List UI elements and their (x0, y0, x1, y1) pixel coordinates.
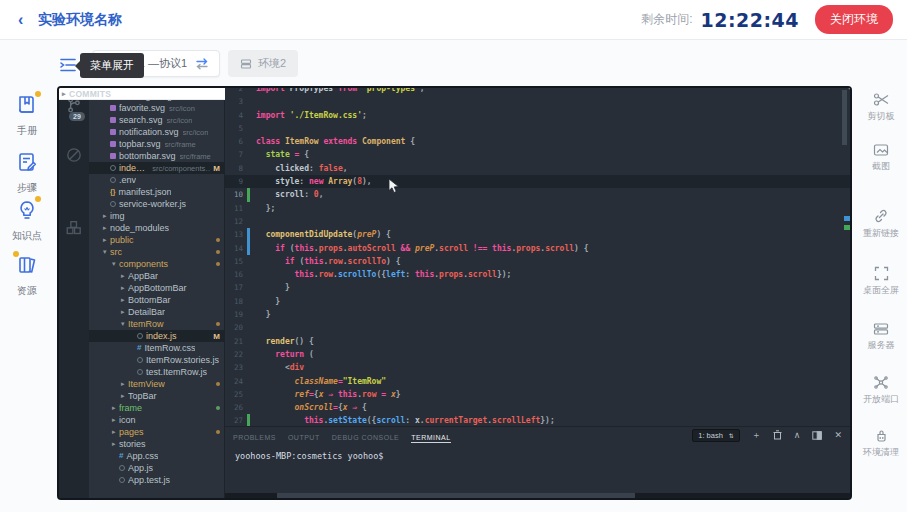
tool-fullscreen[interactable]: 桌面全屏 (855, 266, 907, 297)
item-name: img (110, 211, 125, 221)
folder-row[interactable]: ▸AppBottomBar (89, 282, 224, 294)
code-line[interactable]: 8 clicked: false, (225, 162, 850, 175)
panel-tab-problems[interactable]: PROBLEMS (233, 434, 276, 441)
code-line[interactable]: 27 this.setState({scroll: x.currentTarge… (225, 414, 850, 426)
split-terminal-icon[interactable] (812, 431, 822, 440)
file-row[interactable]: .env (89, 174, 224, 186)
code-editor[interactable]: 2import PropTypes from 'prop-types';34im… (225, 88, 850, 426)
code-line[interactable]: 3 (225, 95, 850, 108)
code-line[interactable]: 11 }; (225, 202, 850, 215)
tool-relink[interactable]: 重新链接 (855, 208, 907, 240)
editor-and-panel: 2import PropTypes from 'prop-types';34im… (225, 88, 850, 498)
file-row[interactable]: App.js (89, 462, 224, 474)
folder-row[interactable]: ▾ItemRow (89, 318, 224, 330)
folder-row[interactable]: ▸node_modules (89, 222, 224, 234)
file-row[interactable]: App.test.js (89, 474, 224, 486)
folder-row[interactable]: ▾components (89, 258, 224, 270)
code-line[interactable]: 2import PropTypes from 'prop-types'; (225, 88, 850, 95)
panel-tab-terminal[interactable]: TERMINAL (411, 434, 450, 443)
item-name: App.css (126, 451, 158, 461)
code-line[interactable]: 18 } (225, 295, 850, 308)
item-name: components (119, 259, 168, 269)
code-line[interactable]: 13 componentDidUpdate(preP) { (225, 228, 850, 241)
code-line[interactable]: 19 } (225, 308, 850, 321)
folder-row[interactable]: ▸stories (89, 438, 224, 450)
cleanup-dustpan-icon (874, 428, 889, 443)
folder-row[interactable]: ▸DetailBar (89, 306, 224, 318)
file-row[interactable]: test.ItemRow.js (89, 366, 224, 378)
file-row[interactable]: bottombar.svgsrc/frame (89, 150, 224, 162)
file-row[interactable]: search.svgsrc/icon (89, 114, 224, 126)
sidebar-item-manual[interactable]: 手册 (0, 93, 54, 138)
folder-row[interactable]: ▸BottomBar (89, 294, 224, 306)
panel-tab-debug-console[interactable]: DEBUG CONSOLE (332, 434, 400, 441)
folder-row[interactable]: ▸ItemView (89, 378, 224, 390)
file-row[interactable]: topbar.svgsrc/frame (89, 138, 224, 150)
file-row[interactable]: notification.svgsrc/icon (89, 126, 224, 138)
file-row[interactable]: #ItemRow.css (89, 342, 224, 354)
overview-ruler-mark-blue (844, 216, 850, 221)
back-chevron-icon[interactable]: ‹ (18, 11, 38, 29)
extensions-icon[interactable] (65, 220, 83, 238)
code-line[interactable]: 26 onScroll={x ⇒ { (225, 401, 850, 414)
tool-env-cleanup[interactable]: 环境清理 (855, 428, 907, 459)
code-line[interactable]: 25 ref={x ⇒ this.row = x} (225, 388, 850, 401)
horizontal-scrollbar-thumb[interactable] (277, 493, 635, 498)
file-row[interactable]: {}manifest.json (89, 186, 224, 198)
close-environment-button[interactable]: 关闭环境 (815, 5, 893, 34)
tool-clipboard[interactable]: 剪切板 (855, 92, 907, 123)
code-line[interactable]: 15 if (this.row.scrollTo) { (225, 255, 850, 268)
sidebar-item-resources[interactable]: 资源 (0, 253, 54, 298)
code-line[interactable]: 4import './ItemRow.css'; (225, 109, 850, 122)
tree-section-header[interactable]: ▸COMMITS (89, 88, 225, 100)
folder-row[interactable]: ▸img (89, 210, 224, 222)
code-line[interactable]: 9 style: new Array(8), (225, 175, 850, 188)
code-line[interactable]: 23 <div (225, 361, 850, 374)
folder-row[interactable]: ▸icon (89, 414, 224, 426)
sidebar-item-steps[interactable]: 步骤 (0, 150, 54, 195)
panel-tab-output[interactable]: OUTPUT (288, 434, 320, 441)
maximize-panel-icon[interactable]: ∧ (794, 430, 801, 440)
sidebar-item-label: 手册 (0, 124, 54, 138)
code-line[interactable]: 22 return ( (225, 348, 850, 361)
editor-scrollbar-thumb[interactable] (842, 90, 847, 145)
code-line[interactable]: 14 if (this.props.autoScroll && preP.scr… (225, 242, 850, 255)
terminal-prompt[interactable]: yoohoos-MBP:cosmetics yoohoo$ (225, 443, 850, 469)
file-row[interactable]: ItemRow.stories.js (89, 354, 224, 366)
folder-row[interactable]: ▾src (89, 246, 224, 258)
file-row[interactable]: favorite.svgsrc/icon (89, 102, 224, 114)
shell-select[interactable]: 1: bash ⇅ (692, 429, 740, 442)
new-terminal-icon[interactable]: ＋ (752, 430, 761, 440)
tool-open-ports[interactable]: 开放端口 (855, 375, 907, 406)
code-line[interactable]: 16 this.row.scrollTo({left: this.props.s… (225, 268, 850, 281)
kill-terminal-icon[interactable] (773, 430, 782, 440)
file-row[interactable]: service-worker.js (89, 198, 224, 210)
tab-environment-2[interactable]: 环境2 (228, 50, 298, 77)
code-line[interactable]: 20 (225, 321, 850, 334)
code-line[interactable]: 12 (225, 215, 850, 228)
folder-row[interactable]: ▸public (89, 234, 224, 246)
folder-row[interactable]: ▸AppBar (89, 270, 224, 282)
file-row[interactable]: index.jsM (89, 330, 224, 342)
code-line[interactable]: 5 (225, 122, 850, 135)
folder-row[interactable]: ▸TopBar (89, 390, 224, 402)
sidebar-item-knowledge[interactable]: 知识点 (0, 198, 54, 243)
remaining-time-label: 剩余时间: (641, 11, 692, 28)
code-line[interactable]: 24 className="ItemRow" (225, 375, 850, 388)
file-row[interactable]: index.jssrc/components…M (89, 162, 224, 174)
file-row[interactable]: #App.css (89, 450, 224, 462)
code-line[interactable]: 7 state = { (225, 148, 850, 161)
tool-server[interactable]: 服务器 (855, 322, 907, 352)
tool-screenshot[interactable]: 截图 (855, 143, 907, 173)
code-line[interactable]: 17 } (225, 281, 850, 294)
folder-row[interactable]: ▸frame (89, 402, 224, 414)
item-name: AppBottomBar (128, 283, 187, 293)
code-line[interactable]: 21 render() { (225, 335, 850, 348)
code-line[interactable]: 10 scroll: 0, (225, 188, 850, 201)
folder-row[interactable]: ▸pages (89, 426, 224, 438)
close-panel-icon[interactable]: ✕ (834, 430, 842, 440)
debug-icon[interactable] (65, 146, 83, 164)
horizontal-scrollbar[interactable] (225, 493, 850, 498)
swap-icon[interactable] (195, 58, 209, 70)
code-line[interactable]: 6class ItemRow extends Component { (225, 135, 850, 148)
